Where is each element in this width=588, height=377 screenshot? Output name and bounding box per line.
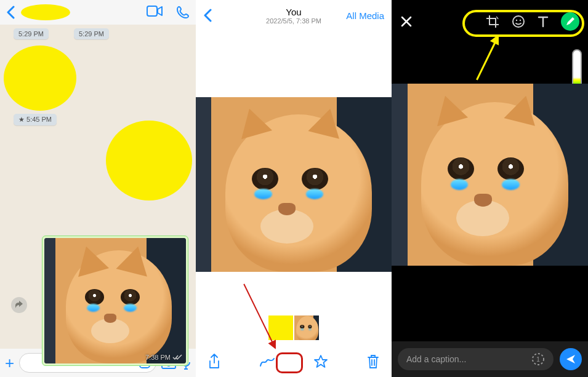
timestamp-pill: 5:29 PM (74, 28, 109, 39)
media-toolbar (196, 346, 392, 377)
contact-name-redacted[interactable] (21, 4, 70, 20)
video-call-icon[interactable] (147, 6, 163, 19)
crop-rotate-icon[interactable] (486, 15, 499, 28)
svg-point-6 (520, 20, 521, 21)
emoji-icon[interactable] (512, 15, 525, 28)
thumbnail-selected[interactable] (294, 315, 319, 340)
editor-image[interactable] (392, 84, 588, 266)
redacted-message[interactable] (106, 121, 192, 200)
photo-message[interactable]: 7:38 PM (42, 236, 188, 366)
caption-input[interactable]: Add a caption... 1 (398, 348, 554, 370)
star-icon[interactable] (313, 354, 328, 369)
media-header: You 2022/5/5, 7:38 PM All Media (196, 0, 392, 31)
redacted-message[interactable] (4, 46, 76, 111)
chat-body[interactable]: 5:29 PM 5:29 PM ★ 5:45 PM 7 (0, 25, 196, 349)
view-once-icon[interactable]: 1 (531, 352, 545, 366)
all-media-link[interactable]: All Media (346, 10, 384, 21)
svg-rect-0 (147, 6, 157, 16)
back-icon[interactable] (6, 6, 15, 19)
media-viewer-screen: You 2022/5/5, 7:38 PM All Media (196, 0, 392, 377)
trash-icon[interactable] (367, 354, 379, 369)
close-icon[interactable] (400, 15, 413, 28)
chat-screen: 5:29 PM 5:29 PM ★ 5:45 PM 7 (0, 0, 196, 377)
forward-icon[interactable] (11, 297, 27, 313)
timestamp-pill: 5:29 PM (14, 28, 49, 39)
text-icon[interactable] (538, 15, 549, 28)
media-image[interactable] (196, 97, 392, 272)
edit-draw-icon[interactable] (259, 355, 275, 368)
svg-point-5 (516, 20, 517, 21)
svg-text:1: 1 (536, 356, 540, 363)
svg-point-4 (513, 16, 524, 27)
editor-footer: Add a caption... 1 (392, 341, 588, 377)
back-icon[interactable] (203, 9, 212, 22)
editor-toolbar (392, 0, 588, 43)
share-icon[interactable] (208, 354, 220, 370)
attach-icon[interactable]: + (5, 354, 14, 373)
thumbnail[interactable] (268, 315, 293, 340)
draw-pen-icon[interactable] (561, 12, 579, 31)
image-editor-screen: Add a caption... 1 (392, 0, 588, 377)
media-thumbnails (196, 315, 392, 340)
caption-placeholder: Add a caption... (406, 354, 466, 364)
timestamp-pill: ★ 5:45 PM (14, 114, 57, 125)
send-button[interactable] (560, 348, 582, 370)
cat-image (44, 238, 186, 363)
chat-header (0, 0, 196, 25)
voice-call-icon[interactable] (176, 6, 190, 19)
photo-timestamp: 7:38 PM (145, 354, 182, 361)
read-ticks-icon (172, 354, 182, 360)
